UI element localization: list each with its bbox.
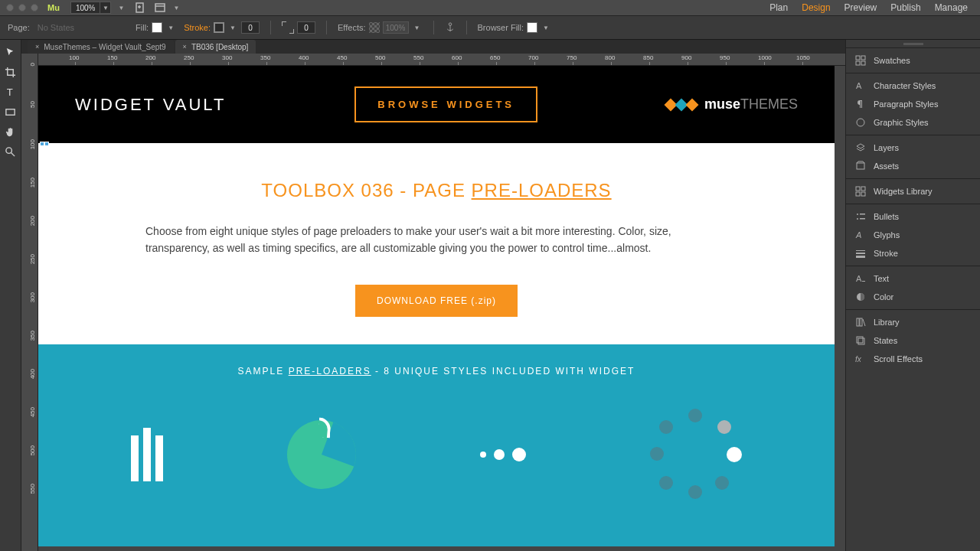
glyphs-icon: A [855, 230, 866, 240]
widgets-library-icon [855, 186, 866, 197]
stroke-weight-input[interactable] [241, 21, 260, 34]
panel-grip[interactable] [846, 40, 980, 47]
rectangle-tool[interactable] [3, 104, 18, 119]
fill-caret[interactable]: ▼ [165, 22, 176, 33]
svg-text:fx: fx [855, 355, 862, 364]
vertical-ruler: 050100150200250300350400450500550 [21, 54, 38, 551]
right-panels: SwatchesACharacter StylesParagraph Style… [845, 40, 980, 551]
svg-rect-8 [856, 61, 860, 65]
site-header: WIDGET VAULT BROWSE WIDGETS museTHEMES [38, 66, 835, 143]
browse-widgets-button[interactable]: BROWSE WIDGETS [354, 86, 537, 122]
menu-publish[interactable]: Publish [890, 2, 920, 13]
menu-preview[interactable]: Preview [844, 2, 877, 13]
svg-point-18 [857, 218, 858, 220]
page-content[interactable]: WIDGET VAULT BROWSE WIDGETS museTHEMES [38, 66, 835, 546]
panel-widgets-library[interactable]: Widgets Library [846, 182, 980, 201]
panel-character-styles[interactable]: ACharacter Styles [846, 77, 980, 95]
dots-loader-icon [480, 448, 526, 461]
selection-handles[interactable] [40, 142, 49, 146]
browserfill-swatch[interactable] [527, 22, 537, 33]
panel-assets[interactable]: Assets [846, 157, 980, 175]
panel-layers[interactable]: Layers [846, 139, 980, 157]
svg-rect-26 [862, 281, 865, 282]
anchor-icon[interactable] [445, 22, 456, 33]
menu-manage[interactable]: Manage [935, 2, 968, 13]
opacity-value[interactable]: 100% [383, 21, 409, 34]
panel-library[interactable]: Library [846, 313, 980, 331]
panel-graphic-styles[interactable]: Graphic Styles [846, 113, 980, 132]
panel-stroke[interactable]: Stroke [846, 244, 980, 262]
download-button[interactable]: DOWNLOAD FREE (.zip) [355, 285, 518, 317]
text-icon: A [855, 273, 866, 284]
svg-text:T: T [7, 86, 13, 98]
panel-color[interactable]: Color [846, 288, 980, 306]
logo-text-b: THEMES [740, 96, 798, 112]
svg-text:A: A [856, 81, 862, 90]
layout-menu-caret[interactable]: ▼ [171, 2, 181, 13]
hand-tool[interactable] [3, 124, 18, 139]
text-tool[interactable]: T [3, 84, 18, 99]
states-icon [855, 335, 866, 346]
svg-point-5 [6, 147, 12, 153]
design-canvas[interactable]: WIDGET VAULT BROWSE WIDGETS museTHEMES [38, 66, 845, 551]
zoom-value: 100% [71, 4, 100, 12]
fill-swatch[interactable] [152, 22, 162, 33]
bars-loader-icon [131, 428, 163, 481]
samples-heading: SAMPLE PRE-LOADERS - 8 UNIQUE STYLES INC… [69, 366, 804, 377]
effects-label: Effects: [338, 23, 365, 32]
stroke-caret[interactable]: ▼ [227, 22, 238, 33]
close-icon[interactable]: × [183, 43, 187, 51]
menu-design[interactable]: Design [802, 2, 830, 13]
graphic-styles-icon [855, 117, 866, 128]
effects-caret[interactable]: ▼ [412, 22, 423, 33]
color-icon [855, 292, 866, 302]
window-traffic-lights[interactable] [6, 4, 38, 11]
stroke-label: Stroke: [184, 23, 211, 32]
corner-radius-input[interactable] [297, 21, 315, 34]
layout-mode-icon[interactable] [154, 2, 166, 14]
panel-scroll-effects[interactable]: fxScroll Effects [846, 350, 980, 368]
svg-rect-9 [861, 61, 865, 65]
doc-tab[interactable]: ×TB036 [Desktop] [175, 40, 256, 54]
svg-rect-31 [857, 337, 863, 343]
svg-rect-7 [861, 56, 865, 60]
svg-text:A: A [855, 230, 861, 240]
library-icon [855, 317, 866, 328]
fill-label: Fill: [136, 23, 149, 32]
svg-rect-20 [860, 218, 865, 220]
layers-icon [855, 142, 866, 153]
panel-glyphs[interactable]: AGlyphs [846, 226, 980, 244]
panel-paragraph-styles[interactable]: Paragraph Styles [846, 95, 980, 113]
svg-rect-4 [6, 109, 15, 115]
character-styles-icon: A [855, 80, 866, 91]
doc-tab[interactable]: ×MuseThemes – Widget Vault_Sept9 [28, 40, 174, 54]
stroke-swatch[interactable] [214, 22, 224, 33]
zoom-tool[interactable] [3, 144, 18, 159]
crop-tool[interactable] [3, 64, 18, 80]
svg-rect-1 [155, 4, 165, 11]
page-states-dropdown[interactable]: No States [38, 23, 74, 32]
horizontal-ruler: 1001502002503003504004505005506006507007… [38, 54, 845, 66]
new-page-icon[interactable] [134, 2, 146, 14]
svg-rect-6 [856, 56, 860, 60]
svg-text:A: A [856, 274, 862, 283]
assets-icon [855, 161, 866, 171]
app-brand: Mu [47, 3, 60, 12]
menu-plan[interactable]: Plan [769, 2, 788, 13]
svg-rect-22 [856, 250, 865, 251]
svg-rect-14 [861, 187, 865, 191]
selection-tool[interactable] [3, 44, 18, 60]
effects-swatch[interactable] [369, 22, 380, 33]
panel-text[interactable]: AText [846, 269, 980, 288]
close-icon[interactable]: × [35, 43, 39, 51]
corners-icon[interactable] [282, 21, 294, 34]
svg-rect-28 [857, 318, 859, 326]
chevron-down-icon[interactable]: ▼ [100, 2, 110, 13]
view-menu-caret[interactable]: ▼ [116, 2, 126, 13]
panel-states[interactable]: States [846, 331, 980, 350]
browserfill-caret[interactable]: ▼ [541, 22, 551, 33]
control-bar: Page: No States Fill: ▼ Stroke: ▼ Effect… [0, 15, 980, 40]
panel-bullets[interactable]: Bullets [846, 207, 980, 226]
panel-swatches[interactable]: Swatches [846, 51, 980, 70]
zoom-level[interactable]: 100% ▼ [70, 2, 112, 14]
